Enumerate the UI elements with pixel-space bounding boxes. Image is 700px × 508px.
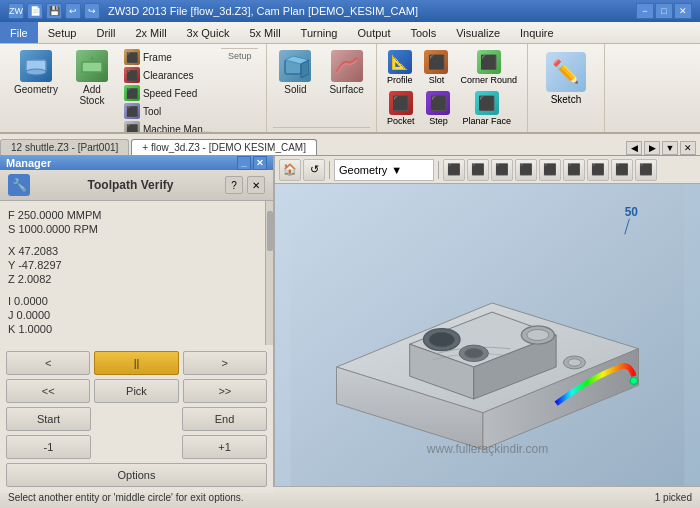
sketch-button[interactable]: ✏️ Sketch bbox=[538, 48, 594, 109]
panel-close-button[interactable]: ✕ bbox=[253, 156, 267, 170]
menu-turning[interactable]: Turning bbox=[291, 22, 348, 43]
y-value: Y -47.8297 bbox=[8, 259, 257, 271]
machine-label: Machine Man... bbox=[143, 124, 211, 135]
machine-button[interactable]: ⬛ Machine Man... bbox=[120, 120, 215, 134]
tab-prev-button[interactable]: ◀ bbox=[626, 141, 642, 155]
tab-shuttle[interactable]: 12 shuttle.Z3 - [Part001] bbox=[0, 139, 129, 155]
profile-label: Profile bbox=[387, 75, 413, 85]
tab-menu-button[interactable]: ▼ bbox=[662, 141, 678, 155]
solid-icon bbox=[279, 50, 311, 82]
f-value: F 250.0000 MMPM bbox=[8, 209, 257, 221]
panel-minimize-button[interactable]: _ bbox=[237, 156, 251, 170]
tv-options-button[interactable]: Options bbox=[6, 463, 267, 487]
tab-flow[interactable]: + flow_3d.Z3 - [DEMO KESIM_CAM] bbox=[131, 139, 317, 155]
ribbon: Geometry + Add Stock ⬛ Frame ⬛ Clearance… bbox=[0, 44, 700, 134]
tv-start-button[interactable]: Start bbox=[6, 407, 91, 431]
dropdown-arrow-icon: ▼ bbox=[391, 164, 402, 176]
pocket-label: Pocket bbox=[387, 116, 415, 126]
frame-button[interactable]: ⬛ Frame bbox=[120, 48, 215, 66]
tv-pick-button[interactable]: Pick bbox=[94, 379, 178, 403]
tv-forward-button[interactable]: > bbox=[183, 351, 267, 375]
clearances-icon: ⬛ bbox=[124, 67, 140, 83]
speed-feed-label: Speed Feed bbox=[143, 88, 198, 99]
menu-tools[interactable]: Tools bbox=[401, 22, 447, 43]
tv-btn-row-1: < || > bbox=[6, 351, 267, 375]
setup-group-label: Setup bbox=[221, 48, 258, 61]
step-label: Step bbox=[429, 116, 448, 126]
status-message: Select another entity or 'middle circle'… bbox=[8, 492, 244, 503]
toolbar-view9-button[interactable]: ⬛ bbox=[635, 159, 657, 181]
tv-play-button[interactable]: || bbox=[94, 351, 178, 375]
planar-face-button[interactable]: ⬛ Planar Face bbox=[458, 89, 515, 128]
maximize-button[interactable]: □ bbox=[655, 3, 673, 19]
minimize-button[interactable]: − bbox=[636, 3, 654, 19]
solid-button[interactable]: Solid bbox=[273, 48, 317, 97]
redo-icon[interactable]: ↪ bbox=[84, 3, 100, 19]
toolbar-view5-button[interactable]: ⬛ bbox=[539, 159, 561, 181]
tv-plus1-button[interactable]: +1 bbox=[182, 435, 267, 459]
toolbar-view2-button[interactable]: ⬛ bbox=[467, 159, 489, 181]
menu-inquire[interactable]: Inquire bbox=[510, 22, 564, 43]
tool-button[interactable]: ⬛ Tool bbox=[120, 102, 215, 120]
i-value: I 0.0000 bbox=[8, 295, 257, 307]
geometry-button[interactable]: Geometry bbox=[8, 48, 64, 97]
slot-icon: ⬛ bbox=[424, 50, 448, 74]
toolbar-view6-button[interactable]: ⬛ bbox=[563, 159, 585, 181]
new-icon[interactable]: 📄 bbox=[27, 3, 43, 19]
toolbar-view4-button[interactable]: ⬛ bbox=[515, 159, 537, 181]
menu-drill[interactable]: Drill bbox=[86, 22, 125, 43]
toolbar-view8-button[interactable]: ⬛ bbox=[611, 159, 633, 181]
menu-visualize[interactable]: Visualize bbox=[446, 22, 510, 43]
ribbon-small-buttons: ⬛ Frame ⬛ Clearances ⬛ Speed Feed ⬛ Tool… bbox=[120, 48, 215, 116]
panel-title-controls: _ ✕ bbox=[237, 156, 267, 170]
save-icon[interactable]: 💾 bbox=[46, 3, 62, 19]
toolbar-view7-button[interactable]: ⬛ bbox=[587, 159, 609, 181]
speed-feed-icon: ⬛ bbox=[124, 85, 140, 101]
x-value: X 47.2083 bbox=[8, 245, 257, 257]
profile-button[interactable]: 📐 Profile bbox=[383, 48, 417, 87]
pocket-button[interactable]: ⬛ Pocket bbox=[383, 89, 419, 128]
toolbar-home-button[interactable]: 🏠 bbox=[279, 159, 301, 181]
tv-scrollbar[interactable] bbox=[265, 201, 273, 345]
tv-forward-fast-button[interactable]: >> bbox=[183, 379, 267, 403]
menu-setup[interactable]: Setup bbox=[38, 22, 87, 43]
menu-2xmill[interactable]: 2x Mill bbox=[125, 22, 176, 43]
ribbon-group-setup: Geometry + Add Stock ⬛ Frame ⬛ Clearance… bbox=[0, 44, 267, 132]
tv-back-fast-button[interactable]: << bbox=[6, 379, 90, 403]
tab-close-button[interactable]: ✕ bbox=[680, 141, 696, 155]
step-button[interactable]: ⬛ Step bbox=[422, 89, 454, 128]
tab-next-button[interactable]: ▶ bbox=[644, 141, 660, 155]
speed-feed-button[interactable]: ⬛ Speed Feed bbox=[120, 84, 215, 102]
viewport-3d[interactable]: 50 www.fulleraçkindir.com bbox=[275, 184, 700, 486]
tool-icon: ⬛ bbox=[124, 103, 140, 119]
corner-round-button[interactable]: ⬛ Corner Round bbox=[456, 48, 521, 87]
close-button[interactable]: ✕ bbox=[674, 3, 692, 19]
surface-button[interactable]: Surface bbox=[323, 48, 369, 97]
tv-back-button[interactable]: < bbox=[6, 351, 90, 375]
corner-round-icon: ⬛ bbox=[477, 50, 501, 74]
menu-3xquick[interactable]: 3x Quick bbox=[177, 22, 240, 43]
tv-scroll-thumb[interactable] bbox=[267, 211, 273, 251]
toolbar-view1-button[interactable]: ⬛ bbox=[443, 159, 465, 181]
menu-output[interactable]: Output bbox=[347, 22, 400, 43]
tv-help-button[interactable]: ? bbox=[225, 176, 243, 194]
clearances-button[interactable]: ⬛ Clearances bbox=[120, 66, 215, 84]
add-stock-button[interactable]: + Add Stock bbox=[70, 48, 114, 108]
slot-button[interactable]: ⬛ Slot bbox=[420, 48, 452, 87]
tv-end-button[interactable]: End bbox=[182, 407, 267, 431]
right-panel: 🏠 ↺ Geometry ▼ ⬛ ⬛ ⬛ ⬛ ⬛ ⬛ ⬛ ⬛ ⬛ bbox=[275, 156, 700, 486]
add-stock-icon: + bbox=[76, 50, 108, 82]
tv-close-button[interactable]: ✕ bbox=[247, 176, 265, 194]
toolbar-view3-button[interactable]: ⬛ bbox=[491, 159, 513, 181]
menu-5xmill[interactable]: 5x Mill bbox=[239, 22, 290, 43]
svg-point-17 bbox=[527, 330, 549, 341]
title-bar: ZW 📄 💾 ↩ ↪ ZW3D 2013 File [flow_3d.Z3], … bbox=[0, 0, 700, 22]
menu-file[interactable]: File bbox=[0, 22, 38, 43]
tab-bar: 12 shuttle.Z3 - [Part001] + flow_3d.Z3 -… bbox=[0, 134, 700, 156]
undo-icon[interactable]: ↩ bbox=[65, 3, 81, 19]
tv-data: F 250.0000 MMPM S 1000.0000 RPM X 47.208… bbox=[0, 201, 265, 345]
geometry-dropdown[interactable]: Geometry ▼ bbox=[334, 159, 434, 181]
toolbar-orbit-button[interactable]: ↺ bbox=[303, 159, 325, 181]
tv-minus1-button[interactable]: -1 bbox=[6, 435, 91, 459]
window-controls: − □ ✕ bbox=[636, 3, 692, 19]
